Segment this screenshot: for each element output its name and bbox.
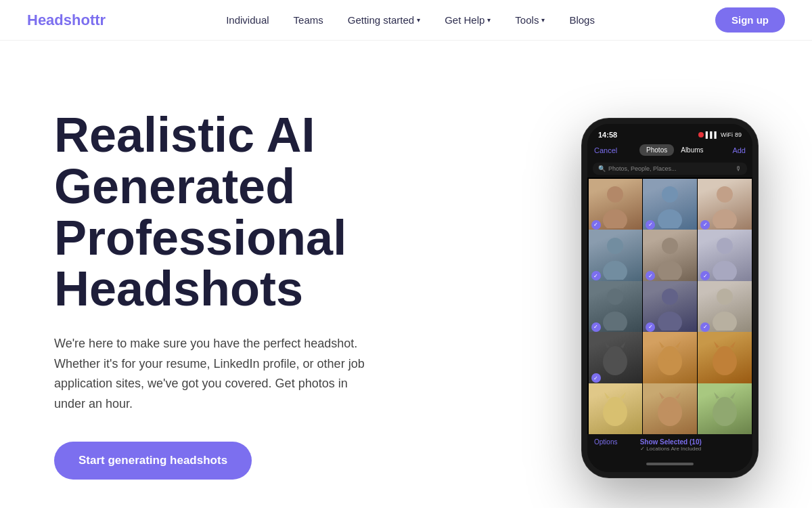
nav-links: Individual Teams Getting started ▾ Get H… <box>226 14 595 26</box>
photo-cell[interactable]: ✓ <box>643 230 696 283</box>
svg-point-0 <box>607 186 623 203</box>
signal-icon: ▌▌▌ <box>706 131 719 138</box>
status-time: 14:58 <box>598 131 617 139</box>
svg-marker-36 <box>659 392 664 399</box>
svg-point-8 <box>662 238 678 254</box>
photo-check-icon: ✓ <box>591 373 601 383</box>
photo-check-icon: ✓ <box>591 220 601 230</box>
svg-marker-24 <box>659 341 664 348</box>
signup-button[interactable]: Sign up <box>715 7 785 33</box>
photo-cell[interactable]: ✓ <box>698 230 751 283</box>
cta-button[interactable]: Start generating headshots <box>54 442 252 480</box>
photo-cell[interactable]: ✓ <box>589 230 642 283</box>
photos-tab-albums[interactable]: Albums <box>674 144 710 156</box>
svg-marker-21 <box>621 341 626 348</box>
phone-status-bar: 14:58 ▌▌▌ WiFi 89 <box>587 124 752 142</box>
photo-check-icon: ✓ <box>591 322 601 332</box>
photo-cell[interactable] <box>643 383 696 435</box>
svg-point-9 <box>658 261 682 280</box>
search-placeholder: Photos, People, Places... <box>608 165 677 172</box>
nav-teams[interactable]: Teams <box>294 14 323 26</box>
photos-show-selected: Show Selected (10) ✓ Locations Are Inclu… <box>640 438 702 452</box>
hero-text: Realistic AI Generated Professional Head… <box>54 110 406 479</box>
nav-tools[interactable]: Tools ▾ <box>515 14 545 26</box>
photos-options[interactable]: Options <box>594 438 617 446</box>
svg-point-13 <box>603 312 627 331</box>
svg-point-7 <box>603 261 627 280</box>
hero-section: Realistic AI Generated Professional Head… <box>0 41 812 508</box>
photo-cell[interactable]: ✓ <box>643 179 696 232</box>
photos-tabs: Photos Albums <box>639 144 710 156</box>
photos-footer: Options Show Selected (10) ✓ Locations A… <box>587 434 752 459</box>
svg-point-35 <box>662 397 678 412</box>
battery-icon: 89 <box>735 131 742 138</box>
photo-check-icon: ✓ <box>700 322 710 332</box>
logo-text-main: Headshott <box>27 12 100 28</box>
phone-mockup: 14:58 ▌▌▌ WiFi 89 Cancel Photos Albums A… <box>582 112 758 478</box>
chevron-icon: ▾ <box>541 16 545 24</box>
locations-note: ✓ Locations Are Included <box>640 446 702 452</box>
hero-title: Realistic AI Generated Professional Head… <box>54 110 406 314</box>
svg-point-5 <box>713 209 737 228</box>
svg-marker-32 <box>604 392 610 399</box>
svg-point-6 <box>607 238 623 254</box>
phone-frame: 14:58 ▌▌▌ WiFi 89 Cancel Photos Albums A… <box>582 119 758 478</box>
svg-point-15 <box>658 312 682 331</box>
chevron-icon: ▾ <box>487 16 491 24</box>
record-indicator <box>698 132 704 137</box>
photo-cell[interactable]: ✓ <box>643 281 696 335</box>
svg-marker-37 <box>675 392 681 399</box>
svg-point-11 <box>713 261 737 280</box>
status-icons: ▌▌▌ WiFi 89 <box>698 131 742 138</box>
photos-app-header: Cancel Photos Albums Add <box>587 142 752 160</box>
photos-tab-photos[interactable]: Photos <box>639 144 674 156</box>
home-indicator <box>646 463 694 465</box>
brand-logo[interactable]: Headshottr <box>27 12 106 29</box>
nav-individual[interactable]: Individual <box>226 14 269 26</box>
photo-check-icon: ✓ <box>700 220 710 230</box>
svg-point-19 <box>607 346 623 361</box>
nav-blogs[interactable]: Blogs <box>569 14 595 26</box>
svg-point-4 <box>717 186 733 203</box>
svg-marker-41 <box>730 392 736 399</box>
photos-add[interactable]: Add <box>732 146 746 154</box>
phone-home-bar <box>587 459 752 472</box>
svg-point-27 <box>717 346 733 361</box>
svg-point-14 <box>662 289 678 305</box>
svg-point-2 <box>662 186 678 203</box>
show-selected-label[interactable]: Show Selected (10) <box>640 438 702 446</box>
svg-marker-20 <box>604 341 610 348</box>
photos-cancel[interactable]: Cancel <box>594 146 617 154</box>
photo-cell[interactable]: ✓ <box>589 281 642 335</box>
svg-point-1 <box>603 209 627 228</box>
svg-point-23 <box>662 346 678 361</box>
nav-get-help[interactable]: Get Help ▾ <box>445 14 491 26</box>
svg-point-39 <box>717 397 733 412</box>
svg-point-17 <box>713 312 737 331</box>
svg-point-16 <box>717 289 733 305</box>
photos-search-bar[interactable]: 🔍 Photos, People, Places... 🎙 <box>593 163 747 175</box>
svg-point-12 <box>607 289 623 305</box>
photo-cell[interactable] <box>698 332 751 385</box>
svg-marker-28 <box>714 341 719 348</box>
svg-marker-25 <box>675 341 681 348</box>
svg-point-3 <box>658 209 682 228</box>
photo-cell[interactable]: ✓ <box>698 179 751 232</box>
nav-getting-started[interactable]: Getting started ▾ <box>348 14 420 26</box>
chevron-icon: ▾ <box>417 16 420 24</box>
wifi-icon: WiFi <box>721 131 733 138</box>
photo-cell[interactable] <box>643 332 696 385</box>
photo-cell[interactable]: ✓ <box>698 281 751 335</box>
mic-icon: 🎙 <box>736 165 742 172</box>
hero-subtitle: We're here to make sure you have the per… <box>54 334 379 415</box>
photo-grid: ✓ ✓ ✓ ✓ ✓ ✓ ✓ ✓ ✓ ✓ <box>587 177 752 434</box>
photo-cell[interactable]: ✓ <box>589 179 642 232</box>
photo-cell[interactable]: ✓ <box>589 332 642 385</box>
svg-point-31 <box>607 397 623 412</box>
photo-cell[interactable] <box>589 383 642 435</box>
svg-marker-33 <box>621 392 626 399</box>
svg-point-10 <box>717 238 733 254</box>
svg-marker-40 <box>714 392 719 399</box>
photo-cell[interactable] <box>698 383 751 435</box>
svg-marker-29 <box>730 341 736 348</box>
